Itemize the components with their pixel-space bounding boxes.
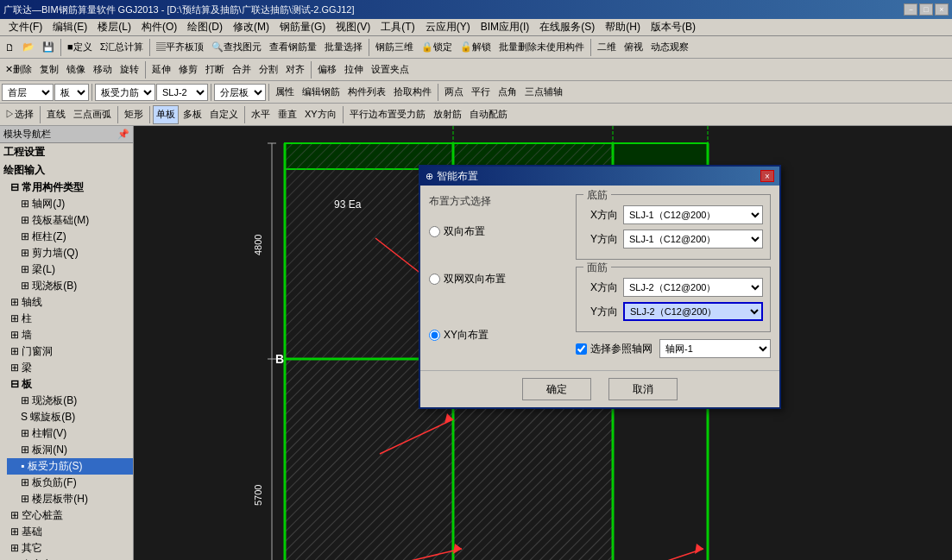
radio-double-net[interactable]: 双网双向布置: [429, 268, 567, 290]
tb-top-view[interactable]: 俯视: [621, 38, 646, 57]
tb-merge[interactable]: 合并: [229, 60, 255, 79]
tb-open[interactable]: 📂: [19, 38, 38, 57]
menu-file[interactable]: 文件(F): [3, 19, 47, 35]
tree-shear-wall[interactable]: ⊞ 剪力墙(Q): [7, 245, 133, 261]
tb-single-board[interactable]: 单板: [153, 105, 179, 124]
tree-axis[interactable]: ⊞ 轴线: [7, 294, 133, 311]
tb-horizontal[interactable]: 水平: [248, 105, 274, 124]
menu-bim[interactable]: BIM应用(I): [476, 19, 535, 35]
tb-align[interactable]: 对齐: [282, 60, 308, 79]
menu-draw[interactable]: 绘图(D): [182, 19, 228, 35]
tb-rect[interactable]: 矩形: [121, 105, 147, 124]
menu-help[interactable]: 帮助(H): [600, 19, 646, 35]
tree-column-cap[interactable]: ⊞ 柱帽(V): [7, 425, 133, 442]
menu-floor[interactable]: 楼层(L): [92, 19, 136, 35]
tb-dynamic[interactable]: 动态观察: [647, 38, 692, 57]
tb-sum[interactable]: Σ汇总计算: [97, 38, 148, 57]
tree-slab[interactable]: ⊟ 板: [7, 376, 133, 393]
tb-property[interactable]: 属性: [272, 83, 298, 102]
tb-align-top[interactable]: ▤平齐板顶: [153, 38, 207, 57]
tb-break[interactable]: 打断: [202, 60, 228, 79]
tree-slab-rebar[interactable]: ▪ 板受力筋(S): [7, 458, 133, 475]
tree-floor-band[interactable]: ⊞ 楼层板带(H): [7, 491, 133, 507]
tree-raft-foundation[interactable]: ⊞ 筏板基础(M): [7, 212, 133, 229]
confirm-button[interactable]: 确定: [522, 378, 591, 400]
tree-neg-rebar[interactable]: ⊞ 板负筋(F): [7, 475, 133, 491]
tree-wall[interactable]: ⊞ 墙: [7, 327, 133, 343]
tb-parallel[interactable]: 平行: [468, 83, 494, 102]
tb-pick[interactable]: 拾取构件: [390, 83, 435, 102]
tree-beam[interactable]: ⊞ 梁(L): [7, 261, 133, 278]
tree-spiral-slab[interactable]: S 螺旋板(B): [7, 409, 133, 425]
tb-line[interactable]: 直线: [43, 105, 69, 124]
radio-xy-input[interactable]: [429, 330, 440, 341]
radio-xy[interactable]: XY向布置: [429, 324, 567, 346]
tb-move[interactable]: 移动: [90, 60, 116, 79]
top-y-select[interactable]: SLJ-2（C12@200）: [623, 302, 763, 321]
tree-axis-grid[interactable]: ⊞ 轴网(J): [7, 196, 133, 212]
tb-new[interactable]: 🗋: [2, 38, 18, 57]
axis-network-select[interactable]: 轴网-1: [659, 339, 771, 358]
rebar-type-select[interactable]: 板受力筋: [95, 84, 155, 101]
tree-frame-column[interactable]: ⊞ 框柱(Z): [7, 229, 133, 245]
tree-hollow-pile[interactable]: ⊞ 空心桩盖: [7, 507, 133, 524]
tree-cast-slab2[interactable]: ⊞ 现浇板(B): [7, 393, 133, 409]
radio-bidirectional-input[interactable]: [429, 226, 440, 237]
tb-lock[interactable]: 🔒锁定: [418, 38, 456, 57]
top-x-select[interactable]: SLJ-2（C12@200）: [623, 278, 763, 297]
tb-rebar-3d[interactable]: 钢筋三维: [372, 38, 417, 57]
tb-two-point[interactable]: 两点: [441, 83, 467, 102]
tb-component-list[interactable]: 构件列表: [344, 83, 389, 102]
menu-modify[interactable]: 修改(M): [228, 19, 274, 35]
tree-door-window[interactable]: ⊞ 门窗洞: [7, 343, 133, 360]
close-button[interactable]: ×: [935, 3, 949, 16]
tree-column[interactable]: ⊞ 柱: [7, 311, 133, 327]
tree-other[interactable]: ⊞ 其它: [7, 540, 133, 557]
tb-edit-rebar[interactable]: 编辑钢筋: [299, 83, 344, 102]
tb-batch-select[interactable]: 批量选择: [321, 38, 366, 57]
tree-beam2[interactable]: ⊞ 梁: [7, 360, 133, 376]
tb-custom[interactable]: 自定义: [206, 105, 242, 124]
tb-stretch[interactable]: 拉伸: [341, 60, 367, 79]
tb-mirror[interactable]: 镜像: [63, 60, 89, 79]
nav-draw-input[interactable]: 绘图输入: [0, 161, 133, 179]
tb-unlock[interactable]: 🔓解锁: [457, 38, 495, 57]
axis-network-checkbox[interactable]: [576, 343, 587, 355]
component-type-select[interactable]: 板: [54, 84, 89, 101]
tb-define[interactable]: ■定义: [64, 38, 96, 57]
minimize-button[interactable]: －: [904, 3, 917, 16]
tb-multi-board[interactable]: 多板: [180, 105, 205, 124]
tree-foundation[interactable]: ⊞ 基础: [7, 524, 133, 540]
tb-batch-delete[interactable]: 批量删除未使用构件: [495, 38, 588, 57]
layer-select[interactable]: 分层板1: [214, 84, 266, 101]
rebar-spec-select[interactable]: SLJ-2: [156, 84, 208, 101]
tb-radial[interactable]: 放射筋: [430, 105, 465, 124]
bottom-x-select[interactable]: SLJ-1（C12@200）: [623, 205, 763, 224]
tb-parallel-edge[interactable]: 平行边布置受力筋: [346, 105, 429, 124]
tb-save[interactable]: 💾: [39, 38, 58, 57]
tb-2d[interactable]: 二维: [594, 38, 620, 57]
radio-double-net-input[interactable]: [429, 274, 440, 285]
canvas-area[interactable]: 4800 5700 B A 93 Ea ⊕ 智能布置 ×: [134, 126, 952, 560]
tb-copy[interactable]: 复制: [36, 60, 62, 79]
nav-project-settings[interactable]: 工程设置: [0, 143, 133, 161]
menu-cloud[interactable]: 云应用(Y): [420, 19, 476, 35]
tb-auto[interactable]: 自动配筋: [466, 105, 511, 124]
menu-online[interactable]: 在线服务(S): [534, 19, 600, 35]
tb-view-rebar[interactable]: 查看钢筋量: [266, 38, 320, 57]
tb-find[interactable]: 🔍查找图元: [208, 38, 265, 57]
tb-delete[interactable]: ✕删除: [2, 60, 35, 79]
bottom-y-select[interactable]: SLJ-1（C12@200）: [623, 230, 763, 249]
tb-three-arc[interactable]: 三点画弧: [70, 105, 115, 124]
tb-vertical[interactable]: 垂直: [274, 105, 300, 124]
tree-common-components[interactable]: ⊟ 常用构件类型: [7, 179, 133, 196]
tb-three-point-aux[interactable]: 三点辅轴: [521, 83, 566, 102]
tree-custom[interactable]: ⊞ 自定义: [7, 557, 133, 560]
tb-split[interactable]: 分割: [255, 60, 281, 79]
menu-component[interactable]: 构件(O): [136, 19, 182, 35]
menu-view[interactable]: 视图(V): [331, 19, 375, 35]
menu-tools[interactable]: 工具(T): [375, 19, 419, 35]
tb-trim[interactable]: 修剪: [175, 60, 201, 79]
cancel-button[interactable]: 取消: [608, 378, 678, 400]
tb-point-angle[interactable]: 点角: [495, 83, 520, 102]
